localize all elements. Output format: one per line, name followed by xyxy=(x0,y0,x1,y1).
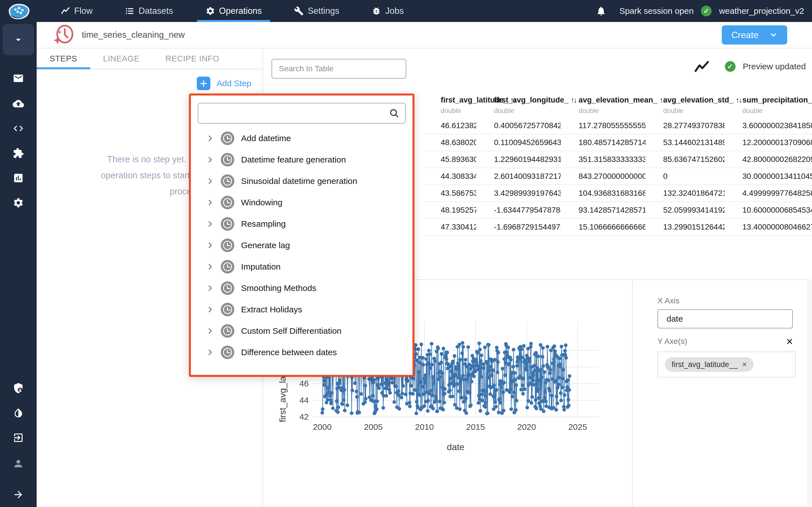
add-step-label: Add Step xyxy=(216,78,251,88)
cloud-upload-icon xyxy=(13,98,24,109)
nav-item-datasets[interactable]: Datasets xyxy=(116,0,181,22)
column-header-first_avg_latitude: first_avg_latitude_↑↓double xyxy=(423,93,476,117)
add-step-button[interactable]: + Add Step xyxy=(197,76,251,90)
column-type: double xyxy=(441,107,476,115)
jobs-icon xyxy=(371,6,381,16)
code-icon xyxy=(13,123,24,134)
sidebar-item-reports[interactable] xyxy=(0,172,37,184)
create-button[interactable]: Create xyxy=(722,25,787,45)
preview-status-row: Preview updated xyxy=(695,60,806,73)
sidebar-item-admin[interactable] xyxy=(0,383,37,394)
table-cell: 1.2296019448293145 xyxy=(476,151,561,168)
table-cell: 843.2700000000002 xyxy=(561,168,645,184)
menu-item-extract-holidays[interactable]: Extract Holidays xyxy=(198,299,406,320)
sidebar-item-plugins[interactable] xyxy=(0,148,37,159)
sidebar-item-expand[interactable] xyxy=(0,489,37,500)
axis-controls-panel: X Axis Y Axe(s) × first_avg_latitude__ × xyxy=(632,280,812,507)
table-row: 46.612382245677250.40056725770842194117.… xyxy=(423,117,812,134)
recipe-tabs: STEPSLINEAGERECIPE INFO xyxy=(37,48,262,69)
dropdown-search-input[interactable] xyxy=(198,103,406,124)
table-cell: 30.00000013411045 xyxy=(725,168,812,184)
chevron-down-icon xyxy=(769,31,777,39)
operation-clock-icon xyxy=(221,303,234,316)
menu-item-label: Smoothing Methods xyxy=(241,283,316,293)
menu-item-windowing[interactable]: Windowing xyxy=(198,192,406,213)
nav-item-jobs[interactable]: Jobs xyxy=(363,0,412,22)
menu-item-imputation[interactable]: Imputation xyxy=(198,256,406,277)
create-button-label: Create xyxy=(731,30,758,40)
recipe-header: time_series_cleaning_new Create xyxy=(37,22,812,48)
menu-item-smoothing-methods[interactable]: Smoothing Methods xyxy=(198,277,406,299)
preview-ok-icon xyxy=(725,61,735,72)
contrast-icon xyxy=(13,407,24,418)
sidebar-item-code[interactable] xyxy=(0,123,37,134)
topbar-right: Spark session open weather_projection_v2 xyxy=(596,5,812,17)
project-name[interactable]: weather_projection_v2 xyxy=(719,6,804,16)
sidebar-item-inbox[interactable] xyxy=(0,73,37,84)
table-cell: 43.586753198124654 xyxy=(423,185,476,202)
menu-item-difference-between-dates[interactable]: Difference between dates xyxy=(198,342,406,363)
notifications-bell-icon[interactable] xyxy=(596,5,606,17)
trend-line-icon[interactable] xyxy=(695,60,709,73)
table-cell: 3.42989939197643 xyxy=(476,185,561,202)
menu-item-label: Extract Holidays xyxy=(241,305,302,314)
table-cell: 46.61238224567725 xyxy=(423,117,476,134)
scrollbar[interactable] xyxy=(808,279,812,507)
spark-session-status: Spark session open xyxy=(619,6,694,16)
table-row: 48.19525752875552-1.63447795478784393.14… xyxy=(423,202,812,219)
clear-y-axes-icon[interactable]: × xyxy=(786,336,793,347)
sidebar-item-theme[interactable] xyxy=(0,407,37,418)
table-row: 47.33041269285995-1.696872915449727315.1… xyxy=(423,219,812,236)
menu-item-sinusoidal-datetime-generation[interactable]: Sinusoidal datetime generation xyxy=(198,170,406,192)
sidebar-item-logout[interactable] xyxy=(0,432,37,443)
table-row: 43.5867531981246543.42989939197643104.93… xyxy=(423,185,812,202)
svg-text:46: 46 xyxy=(299,379,309,388)
table-cell: 0 xyxy=(645,168,725,184)
flow-icon xyxy=(61,6,70,16)
arrow-right-icon xyxy=(13,489,24,500)
sidebar-item-collapse[interactable] xyxy=(3,24,34,55)
sidebar-item-upload[interactable] xyxy=(0,98,37,109)
menu-item-label: Add datetime xyxy=(241,133,291,143)
table-cell: 44.30833430614128 xyxy=(423,168,476,184)
y-axis-chip[interactable]: first_avg_latitude__ × xyxy=(665,357,754,372)
nav-item-settings[interactable]: Settings xyxy=(286,0,348,22)
menu-item-custom-self-differentiation[interactable]: Custom Self Differentiation xyxy=(198,320,406,342)
column-label: sum_precipitation_ xyxy=(742,96,812,105)
table-cell: 45.893630660219564 xyxy=(423,151,476,168)
table-cell: 52.059993414192 xyxy=(645,202,725,218)
nav-item-label: Flow xyxy=(74,6,93,16)
logout-icon xyxy=(13,432,24,443)
x-axis-input[interactable] xyxy=(658,309,793,328)
column-label: avg_elevation_std_ xyxy=(663,96,733,105)
y-axes-chipbox[interactable]: first_avg_latitude__ × xyxy=(658,351,796,378)
app-logo-icon[interactable] xyxy=(7,2,31,20)
menu-item-label: Sinusoidal datetime generation xyxy=(241,176,357,186)
tab-recipe-info[interactable]: RECIPE INFO xyxy=(153,48,232,69)
search-in-table-input[interactable] xyxy=(271,59,406,78)
operations-menu-list: Add datetimeDatetime feature generationS… xyxy=(198,128,406,363)
menu-item-datetime-feature-generation[interactable]: Datetime feature generation xyxy=(198,149,406,170)
nav-item-flow[interactable]: Flow xyxy=(52,0,101,22)
menu-item-resampling[interactable]: Resampling xyxy=(198,213,406,235)
tab-lineage[interactable]: LINEAGE xyxy=(90,48,153,69)
table-cell: 104.93683168316832 xyxy=(561,185,645,202)
table-cell: 53.14460213148919 xyxy=(645,134,725,151)
column-header-first_avg_longitude: first_avg_longitude_↑↓double xyxy=(476,93,561,117)
table-cell: 0.11009452659643264 xyxy=(476,134,561,151)
sidebar-item-profile[interactable] xyxy=(0,458,37,469)
tab-steps[interactable]: STEPS xyxy=(37,48,90,69)
session-ok-icon xyxy=(701,6,712,16)
caret-down-icon xyxy=(13,34,24,45)
wrench-icon xyxy=(294,6,304,16)
column-type: double xyxy=(494,107,561,115)
menu-item-add-datetime[interactable]: Add datetime xyxy=(198,128,406,149)
nav-item-operations[interactable]: Operations xyxy=(197,0,270,22)
table-cell: 180.48571428571427 xyxy=(561,134,645,151)
table-cell: 0.40056725770842194 xyxy=(476,117,561,134)
menu-item-generate-lag[interactable]: Generate lag xyxy=(198,235,406,256)
remove-chip-icon[interactable]: × xyxy=(742,360,747,369)
table-cell: 28.27749370783814 xyxy=(645,117,725,134)
sidebar-item-settings[interactable] xyxy=(0,197,37,209)
puzzle-icon xyxy=(13,148,24,159)
